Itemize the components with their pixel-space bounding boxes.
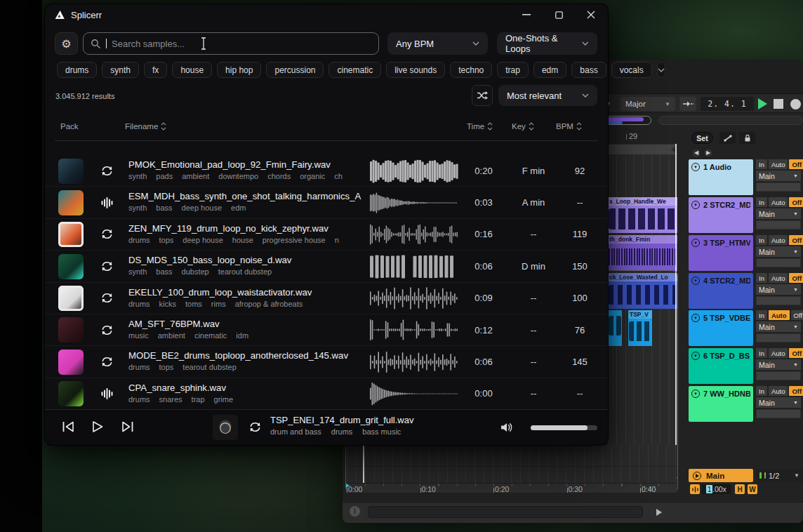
settings-button[interactable]: ⚙ (55, 32, 78, 55)
monitor-auto-button[interactable]: Auto (769, 273, 788, 283)
sample-type-dropdown[interactable]: One-Shots & Loops (497, 32, 597, 55)
sample-tag[interactable]: pads (156, 172, 173, 180)
sample-tag[interactable]: afropop & afrobeats (235, 300, 303, 308)
sample-waveform[interactable] (370, 350, 458, 375)
gain-field[interactable] (756, 182, 801, 192)
tag-chip-bass[interactable]: bass (571, 62, 606, 78)
column-filename[interactable]: Filename (125, 122, 166, 131)
tag-chip-vocals[interactable]: vocals (611, 62, 652, 78)
sample-row[interactable]: MODE_BE2_drums_toploop_anotherclosed_145… (45, 346, 608, 378)
sample-waveform[interactable] (370, 381, 458, 406)
sample-tag[interactable]: deep house (182, 204, 223, 212)
gain-field[interactable] (756, 371, 801, 380)
monitor-off-button[interactable]: Off (789, 235, 803, 245)
loop-toggle[interactable] (98, 155, 116, 186)
close-button[interactable] (581, 7, 601, 22)
playback-speed[interactable]: 1.00x (702, 484, 731, 494)
pack-artwork[interactable] (58, 190, 84, 215)
monitor-auto-button[interactable]: Auto (769, 386, 788, 396)
tag-chip-edm[interactable]: edm (533, 62, 566, 78)
monitor-off-button[interactable]: Off (789, 348, 803, 358)
sample-tag[interactable]: synth (128, 267, 147, 276)
sample-tag[interactable]: bass (156, 267, 172, 276)
sample-tag[interactable]: bass (156, 204, 172, 212)
sample-row[interactable]: AM_SFT_76BPM.wavmusicambientcinematicidm… (45, 314, 608, 346)
tag-chip-hip-hop[interactable]: hip hop (217, 62, 261, 78)
sample-waveform[interactable] (370, 159, 458, 184)
pack-artwork[interactable] (58, 286, 84, 311)
sample-tag[interactable]: drums (128, 300, 150, 308)
pack-artwork[interactable] (58, 159, 84, 184)
play-button[interactable] (758, 98, 767, 109)
sample-tag[interactable]: edm (231, 204, 246, 212)
monitor-in-button[interactable]: In (756, 386, 767, 396)
monitor-off-button[interactable]: Off (789, 386, 803, 396)
time-ruler[interactable]: 0:000:100:200:300:40 (347, 483, 677, 493)
loop-toggle[interactable] (98, 314, 116, 345)
one-shot-indicator[interactable] (98, 378, 116, 409)
monitor-off-button[interactable]: Off (789, 159, 803, 169)
sample-tag[interactable]: dubstep (182, 267, 209, 276)
loop-toggle[interactable] (98, 251, 116, 281)
gain-field[interactable] (756, 296, 801, 305)
column-key[interactable]: Key (512, 122, 534, 131)
tag-chip-live-sounds[interactable]: live sounds (386, 62, 445, 78)
sample-waveform[interactable] (370, 222, 458, 247)
lock-button[interactable] (739, 132, 755, 144)
sample-row[interactable]: DS_MDS_150_bass_loop_noise_d.wavsynthbas… (45, 251, 608, 282)
sample-tag[interactable]: snares (159, 395, 182, 404)
now-playing-tag[interactable]: drum and bass (270, 427, 321, 436)
output-routing-select[interactable]: Main▼ (756, 208, 801, 219)
tag-chip-percussion[interactable]: percussion (266, 62, 324, 78)
pack-artwork[interactable] (58, 317, 84, 343)
sample-tag[interactable]: kicks (159, 300, 176, 308)
title-bar[interactable]: Splicerr (45, 4, 608, 25)
sample-row[interactable]: ZEN_MFY_119_drum_loop_no_kick_zephyr.wav… (45, 219, 608, 251)
pack-artwork[interactable] (58, 381, 84, 406)
search-input[interactable]: Search samples... (83, 32, 379, 55)
sample-tag[interactable]: grime (214, 395, 234, 404)
sample-waveform[interactable] (370, 254, 458, 279)
sample-tag[interactable]: music (128, 331, 149, 340)
record-button[interactable] (790, 99, 801, 109)
tag-chip-cinematic[interactable]: cinematic (328, 62, 381, 78)
monitor-auto-button[interactable]: Auto (769, 348, 788, 358)
sample-row[interactable]: CPA_snare_sphink.wavdrumssnarestrapgrime… (45, 378, 608, 409)
volume-slider[interactable] (531, 425, 597, 430)
tag-chip-drums[interactable]: drums (57, 62, 97, 78)
sample-tag[interactable]: cinematic (194, 331, 227, 340)
info-icon[interactable]: i (350, 506, 360, 517)
sample-row[interactable]: PMOK_Emotional_pad_loop_92_Fmin_Fairy.wa… (45, 155, 608, 187)
volume-icon[interactable] (500, 421, 514, 434)
sample-tag[interactable]: downtempo (218, 172, 258, 180)
status-field[interactable] (368, 506, 643, 518)
loop-toggle[interactable] (98, 219, 116, 250)
clip-view-grid[interactable] (347, 445, 677, 483)
gain-field[interactable] (756, 333, 801, 343)
monitor-auto-button[interactable]: Auto (769, 310, 790, 320)
height-button[interactable]: H (735, 484, 745, 494)
gain-field[interactable] (756, 258, 801, 267)
sample-tag[interactable]: ch (334, 172, 343, 180)
chevron-circle-icon[interactable]: ▼ (691, 390, 700, 398)
next-button[interactable] (120, 420, 134, 433)
monitor-auto-button[interactable]: Auto (769, 159, 788, 169)
monitor-off-button[interactable]: Off (791, 310, 803, 320)
sample-tag[interactable]: idm (236, 331, 248, 340)
sample-tag[interactable]: house (232, 236, 253, 244)
monitor-in-button[interactable]: In (756, 197, 767, 207)
sample-tag[interactable]: drums (128, 363, 150, 371)
nav-left-button[interactable]: ◀ (691, 148, 701, 158)
sample-row[interactable]: ESM_MDH_bass_synth_one_shot_talking_harm… (45, 187, 608, 218)
chevron-circle-icon[interactable]: ▼ (691, 352, 700, 360)
now-playing-tag[interactable]: drums (331, 427, 353, 436)
sample-tag[interactable]: progressive house (263, 236, 326, 244)
warp-button[interactable] (690, 484, 700, 494)
tag-chip-synth[interactable]: synth (102, 62, 139, 78)
monitor-in-button[interactable]: In (756, 235, 767, 245)
chevron-circle-icon[interactable]: ▼ (691, 163, 700, 171)
chevron-circle-icon[interactable]: ▼ (691, 239, 700, 247)
loop-toggle[interactable] (98, 283, 116, 314)
sample-tag[interactable]: toms (185, 300, 202, 308)
output-routing-select[interactable]: Main▼ (756, 359, 801, 370)
